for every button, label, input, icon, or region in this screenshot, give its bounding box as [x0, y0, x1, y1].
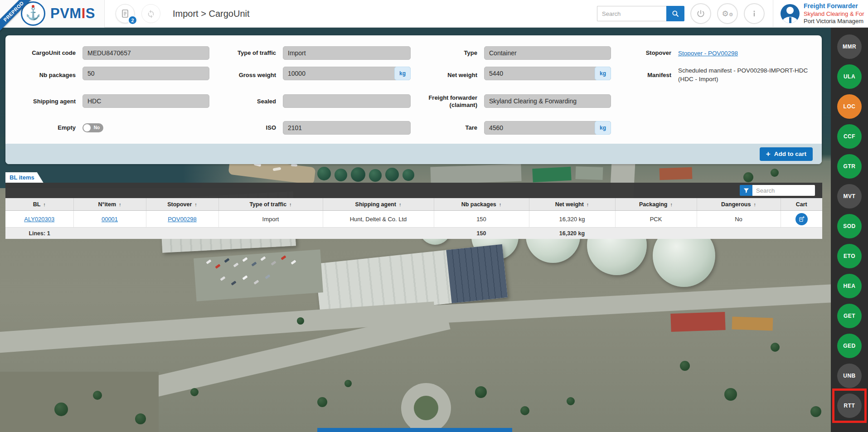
sealed-label: Sealed — [209, 98, 283, 105]
sort-asc-icon: ↑ — [289, 202, 292, 207]
stopover-cell-link[interactable]: POV00298 — [168, 216, 197, 223]
column-header-n-item[interactable]: N°item↑ — [73, 198, 146, 211]
building-roof — [670, 312, 725, 332]
power-icon — [696, 9, 705, 18]
sealed-field[interactable] — [283, 94, 411, 108]
type-of-traffic-field[interactable] — [283, 46, 411, 60]
user-block[interactable]: Freight Forwarder Skyland Clearing & For… — [773, 0, 868, 28]
nb-packages-total: 150 — [434, 228, 529, 239]
column-header-stopover[interactable]: Stopover↑ — [146, 198, 218, 211]
documents-count-badge: 2 — [128, 15, 137, 25]
bl-link[interactable]: ALY020303 — [24, 216, 54, 223]
sort-asc-icon: ↑ — [587, 202, 589, 207]
logout-button[interactable] — [690, 3, 711, 24]
column-header-bl[interactable]: BL↑ — [5, 198, 73, 211]
column-header-dangerous[interactable]: Dangerous↑ — [697, 198, 781, 211]
sidebar-item-unb[interactable]: UNB — [837, 364, 862, 388]
dangerous-cell: No — [697, 211, 781, 228]
toggle-knob — [83, 124, 91, 131]
bl-items-toolbar — [5, 183, 822, 198]
shipping-agent-label: Shipping agent — [15, 98, 82, 105]
sidebar-item-ccf[interactable]: CCF — [837, 124, 862, 149]
sidebar-item-sod[interactable]: SOD — [837, 214, 862, 238]
toggle-state-label: No — [94, 125, 100, 130]
packaging-cell: PCK — [615, 211, 697, 228]
top-bar: PREPROD ⚓ PVMIS 2 Import > CargoUnit — [0, 0, 868, 28]
column-header-packaging[interactable]: Packaging↑ — [615, 198, 697, 211]
building-roof — [732, 316, 773, 330]
refresh-button[interactable] — [141, 4, 160, 23]
shipping-agent-field[interactable] — [82, 94, 209, 108]
sidebar-item-eto[interactable]: ETO — [837, 244, 862, 268]
n-item-link[interactable]: 00001 — [102, 216, 118, 223]
add-to-cart-button[interactable]: + Add to cart — [760, 147, 813, 161]
document-icon — [121, 9, 129, 18]
sidebar-item-gtr[interactable]: GTR — [837, 154, 862, 179]
column-header-cart: Cart — [781, 198, 822, 211]
services-button[interactable]: ⚙⚙ — [717, 3, 738, 24]
info-icon — [750, 9, 759, 18]
freight-forwarder-field[interactable] — [484, 94, 611, 108]
cargo-unit-code-field[interactable] — [82, 46, 209, 60]
filter-button[interactable] — [740, 185, 752, 196]
boat — [291, 164, 297, 167]
cargo-unit-code-label: CargoUnit code — [15, 49, 82, 57]
nb-packages-label: Nb packages — [15, 72, 82, 79]
user-avatar — [781, 4, 800, 23]
nb-packages-cell: 150 — [434, 211, 529, 228]
user-role: Freight Forwarder — [804, 2, 864, 10]
nb-packages-field[interactable] — [82, 67, 209, 80]
type-label: Type — [411, 49, 484, 57]
page-title: Import > CargoUnit — [173, 9, 250, 19]
sidebar-item-mvt[interactable]: MVT — [837, 184, 862, 209]
type-of-traffic-cell: Import — [218, 211, 323, 228]
net-weight-field[interactable] — [484, 67, 611, 80]
documents-button[interactable]: 2 — [116, 4, 135, 23]
cart-add-icon — [798, 216, 805, 223]
sidebar-item-get[interactable]: GET — [837, 304, 862, 328]
global-search-button[interactable] — [666, 6, 684, 21]
sort-asc-icon: ↑ — [43, 202, 46, 207]
net-weight-total: 16,320 kg — [529, 228, 615, 239]
column-header-type-of-traffic[interactable]: Type of traffic↑ — [218, 198, 323, 211]
column-header-net-weight[interactable]: Net weight↑ — [529, 198, 615, 211]
global-search-input[interactable] — [597, 6, 666, 21]
sort-asc-icon: ↑ — [194, 202, 197, 207]
pvmis-logo-text: PVMIS — [50, 5, 95, 22]
iso-field[interactable] — [283, 121, 411, 135]
empty-label: Empty — [15, 124, 82, 131]
bl-items-search-input[interactable] — [752, 185, 815, 196]
type-of-traffic-label: Type of traffic — [209, 49, 283, 57]
info-button[interactable] — [744, 3, 765, 24]
stopover-link[interactable]: Stopover - POV00298 — [678, 50, 814, 57]
plus-icon: + — [766, 150, 771, 158]
sidebar-item-ged[interactable]: GED — [837, 334, 862, 358]
bl-items-tab[interactable]: BL items — [5, 172, 44, 183]
tare-unit: kg — [595, 121, 611, 135]
add-row-to-cart-button[interactable] — [795, 213, 808, 225]
net-weight-cell: 16,320 kg — [529, 211, 615, 228]
gross-weight-label: Gross weight — [209, 72, 283, 79]
global-search — [597, 6, 684, 21]
card-action-bar: + Add to cart — [5, 144, 822, 164]
column-header-shipping-agent[interactable]: Shipping agent↑ — [323, 198, 434, 211]
sidebar-item-ula[interactable]: ULA — [837, 64, 862, 89]
lines-count: Lines: 1 — [5, 228, 73, 239]
type-field[interactable] — [484, 46, 611, 60]
sidebar-item-rtt[interactable]: RTT — [837, 393, 862, 418]
sidebar-item-hea[interactable]: HEA — [837, 274, 862, 298]
gross-weight-unit: kg — [394, 67, 411, 80]
refresh-icon — [146, 9, 156, 19]
empty-toggle[interactable]: No — [82, 123, 103, 132]
gross-weight-field[interactable] — [283, 67, 411, 80]
sidebar-item-mmr[interactable]: MMR — [837, 34, 862, 59]
bl-items-section: BL items BL↑ N°item↑ Stopover↑ Type of t… — [5, 172, 822, 239]
tare-field[interactable] — [484, 121, 611, 135]
net-weight-unit: kg — [595, 67, 611, 80]
divider — [104, 0, 105, 28]
column-header-nb-packages[interactable]: Nb packages↑ — [434, 198, 529, 211]
table-footer-row: Lines: 1 150 16,320 kg — [5, 228, 822, 239]
sort-asc-icon: ↑ — [753, 202, 756, 207]
sidebar-item-loc[interactable]: LOC — [837, 94, 862, 119]
sort-asc-icon: ↑ — [399, 202, 402, 207]
